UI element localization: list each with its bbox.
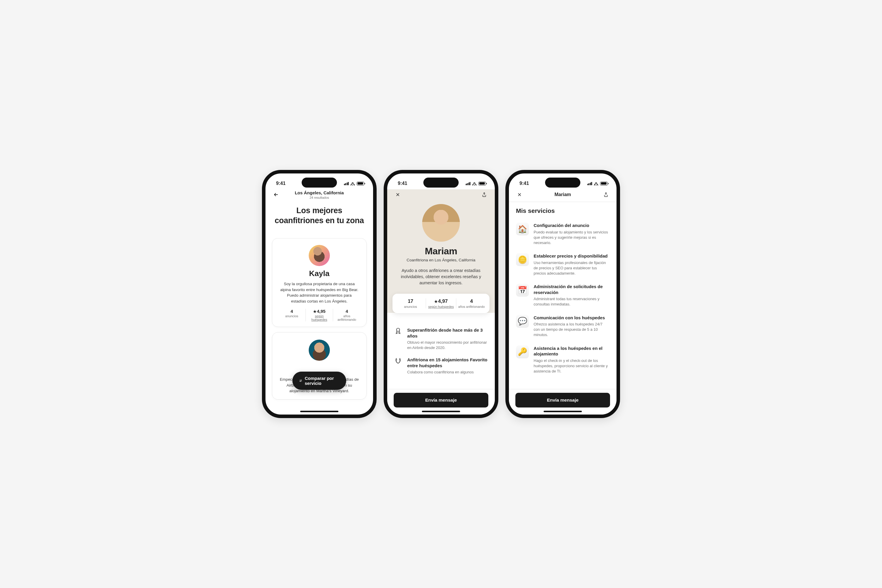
svg-point-0 xyxy=(301,380,302,380)
wifi-icon xyxy=(350,182,355,186)
phone-row: 9:41 Los Ángeles, California 24 resultad… xyxy=(262,170,620,418)
cohost-name: Kayla xyxy=(278,269,360,278)
service-desc: Ofrezco asistencia a los huéspedes 24/7 … xyxy=(534,322,609,338)
service-desc: Hago el check-in y el check-out de los h… xyxy=(534,358,609,374)
service-item: 🪙 Establecer precios y disponibilidad Us… xyxy=(516,250,609,281)
cohost-desc: Soy la orgullosa propietaria de una casa… xyxy=(278,281,360,309)
nav-bar: Los Ángeles, California 24 resultados xyxy=(266,189,373,202)
compare-button[interactable]: Comparar por servicio xyxy=(292,372,346,390)
back-button[interactable] xyxy=(272,190,280,199)
profile-subtitle: Coanfitriona en Los Ángeles, California xyxy=(395,258,487,262)
phone-cohost-list: 9:41 Los Ángeles, California 24 resultad… xyxy=(262,170,376,418)
badge-desc: Colabora como coanfitriona en algunos xyxy=(407,369,488,375)
badge-title: Superanfitrión desde hace más de 3 años xyxy=(407,327,488,339)
star-icon: ★ xyxy=(434,299,438,304)
close-button[interactable] xyxy=(394,190,402,199)
service-desc: Puedo evaluar tu alojamiento y los servi… xyxy=(534,230,609,246)
nav-results: 24 resultados xyxy=(266,196,373,200)
service-title: Administración de solicitudes de reserva… xyxy=(534,284,609,295)
badge-superhost: Superanfitrión desde hace más de 3 años … xyxy=(394,325,488,355)
signal-icon xyxy=(587,182,592,185)
share-icon xyxy=(482,192,487,197)
profile-badges: Superanfitrión desde hace más de 3 años … xyxy=(387,318,495,379)
superhost-icon xyxy=(394,327,402,351)
house-icon: 🏠 xyxy=(516,222,529,236)
wifi-icon xyxy=(594,182,598,186)
star-icon: ★ xyxy=(313,309,316,314)
phone-cohost-profile: 9:41 Mariam Coanfitriona en Los Ángeles,… xyxy=(384,170,498,418)
service-title: Comunicación con los huéspedes xyxy=(534,315,609,321)
status-time: 9:41 xyxy=(398,181,407,186)
avatar xyxy=(309,340,330,361)
stat-years: 4 años anfitrionando xyxy=(333,309,360,321)
share-button[interactable] xyxy=(602,190,610,199)
nav-bar xyxy=(387,189,495,202)
close-button[interactable] xyxy=(515,190,524,199)
coin-icon: 🪙 xyxy=(516,253,529,266)
avatar xyxy=(422,204,460,242)
home-indicator xyxy=(544,411,582,412)
share-icon xyxy=(603,192,609,197)
nav-location: Los Ángeles, California xyxy=(266,190,373,195)
status-icons xyxy=(344,182,364,186)
nav-bar: Mariam xyxy=(509,189,616,202)
stat-years: 4 años anfitrionando xyxy=(456,298,487,308)
compare-label: Comparar por servicio xyxy=(304,376,340,386)
calendar-icon: 📅 xyxy=(516,284,529,297)
arrow-left-icon xyxy=(273,192,279,198)
service-desc: Uso herramientas profesionales de fijaci… xyxy=(534,260,609,276)
section-title: Mis servicios xyxy=(516,207,609,214)
signal-icon xyxy=(466,182,471,185)
close-icon xyxy=(395,192,400,197)
signal-icon xyxy=(344,182,349,185)
profile-bio: Ayudo a otros anfitriones a crear estadí… xyxy=(395,267,487,286)
home-indicator xyxy=(300,411,338,412)
service-item: 📅 Administración de solicitudes de reser… xyxy=(516,281,609,312)
stat-rating: ★4,95 según huéspedes xyxy=(306,309,333,321)
nav-title: Mariam xyxy=(509,192,616,197)
service-item: 💬 Comunicación con los huéspedes Ofrezco… xyxy=(516,312,609,342)
svg-point-1 xyxy=(300,381,300,382)
cohost-card[interactable]: Kayla Soy la orgullosa propietaria de un… xyxy=(272,238,367,327)
share-button[interactable] xyxy=(480,190,488,199)
service-title: Asistencia a los huéspedes en el alojami… xyxy=(534,345,609,357)
service-title: Establecer precios y disponibilidad xyxy=(534,253,609,259)
services-section: Mis servicios 🏠 Configuración del anunci… xyxy=(509,202,616,379)
sliders-icon xyxy=(299,378,303,383)
battery-icon xyxy=(600,182,608,186)
status-icons xyxy=(466,182,486,186)
badge-title: Anfitriona en 15 alojamientos Favorito e… xyxy=(407,357,488,368)
key-icon: 🔑 xyxy=(516,345,529,358)
avatar xyxy=(309,245,330,266)
cohost-stats: 4 anuncios ★4,95 según huéspedes 4 años … xyxy=(278,309,360,321)
status-time: 9:41 xyxy=(519,181,529,186)
profile-stats-card: 17 anuncios ★4,97 según huéspedes 4 años… xyxy=(393,294,489,313)
stat-listings: 17 anuncios xyxy=(395,298,426,308)
badge-guest-favorite: Anfitriona en 15 alojamientos Favorito e… xyxy=(394,355,488,379)
service-title: Configuración del anuncio xyxy=(534,222,609,228)
notch xyxy=(302,178,337,188)
message-button[interactable]: Envía mensaje xyxy=(394,393,488,408)
chat-icon: 💬 xyxy=(516,315,529,328)
badge-desc: Obtuvo el mayor reconocimiento por anfit… xyxy=(407,340,488,351)
page-headline: Los mejores coanfitriones en tu zona xyxy=(266,202,373,232)
svg-point-2 xyxy=(397,328,400,332)
profile-name: Mariam xyxy=(395,246,487,256)
phone-services: 9:41 Mariam Mis servicios 🏠 Configuració… xyxy=(506,170,620,418)
notch xyxy=(423,178,459,188)
message-button[interactable]: Envía mensaje xyxy=(515,393,610,408)
service-item: 🏠 Configuración del anuncio Puedo evalua… xyxy=(516,220,609,250)
profile-hero: Mariam Coanfitriona en Los Ángeles, Cali… xyxy=(387,202,495,286)
close-icon xyxy=(517,192,522,197)
battery-icon xyxy=(357,182,364,186)
wifi-icon xyxy=(472,182,477,186)
status-time: 9:41 xyxy=(276,181,285,186)
stat-rating[interactable]: ★4,97 según huéspedes xyxy=(426,298,456,308)
status-icons xyxy=(587,182,608,186)
battery-icon xyxy=(478,182,486,186)
stat-listings: 4 anuncios xyxy=(278,309,306,321)
notch xyxy=(545,178,580,188)
service-item: 🔑 Asistencia a los huéspedes en el aloja… xyxy=(516,342,609,379)
service-desc: Administraré todas tus reservaciones y c… xyxy=(534,296,609,307)
home-indicator xyxy=(422,411,460,412)
